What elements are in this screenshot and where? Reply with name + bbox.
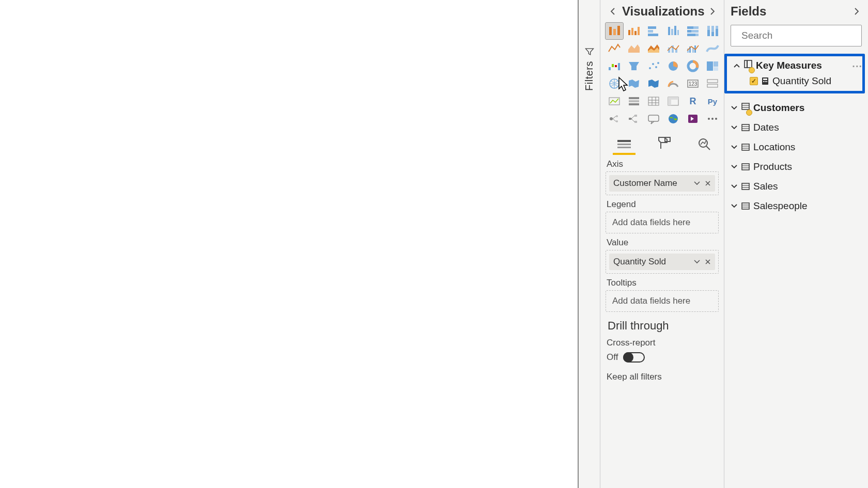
app-root: Filters Visualizations xyxy=(0,0,868,488)
table-key-measures-label: Key Measures xyxy=(756,60,822,71)
viz-line-stacked-column[interactable] xyxy=(664,40,682,57)
viz-treemap[interactable] xyxy=(704,58,721,74)
axis-well[interactable]: Customer Name xyxy=(606,171,719,195)
viz-map[interactable] xyxy=(606,75,623,92)
viz-r-script-visual[interactable]: R xyxy=(684,93,702,109)
tab-analytics[interactable] xyxy=(692,134,717,154)
viz-line-chart[interactable] xyxy=(606,40,623,57)
search-input[interactable] xyxy=(740,29,865,42)
viz-100pct-stacked-column[interactable] xyxy=(704,23,721,39)
viz-stacked-column-chart[interactable] xyxy=(645,23,662,39)
more-options-icon[interactable]: ··· xyxy=(852,60,862,72)
viz-pie-chart[interactable] xyxy=(664,58,682,74)
tab-fields[interactable] xyxy=(612,134,637,154)
viz-qna[interactable] xyxy=(645,111,662,127)
viz-multi-row-card[interactable] xyxy=(704,75,721,92)
svg-rect-43 xyxy=(707,61,713,71)
value-well-label: Value xyxy=(607,238,719,248)
cross-report-toggle[interactable] xyxy=(623,352,645,363)
svg-rect-10 xyxy=(668,27,670,35)
chevron-down-icon[interactable] xyxy=(731,202,738,210)
field-quantity-sold[interactable]: ✓ Quantity Sold xyxy=(732,73,860,89)
svg-rect-25 xyxy=(716,26,718,29)
svg-rect-89 xyxy=(745,60,752,68)
viz-filled-map[interactable] xyxy=(625,75,643,92)
viz-100pct-stacked-bar[interactable] xyxy=(684,23,702,39)
viz-area-chart[interactable] xyxy=(625,40,643,57)
viz-donut-chart[interactable] xyxy=(684,58,702,74)
viz-ribbon-chart[interactable] xyxy=(704,40,721,57)
filters-collapsed-tab[interactable]: Filters xyxy=(579,0,600,488)
viz-matrix[interactable] xyxy=(664,93,682,109)
value-chip[interactable]: Quantity Sold xyxy=(609,254,715,270)
table-dates[interactable]: Dates xyxy=(730,120,863,135)
chevron-down-icon[interactable] xyxy=(731,183,738,190)
chevron-down-icon[interactable] xyxy=(693,258,701,265)
checkbox-checked-icon[interactable]: ✓ xyxy=(750,77,758,85)
viz-slicer[interactable] xyxy=(625,93,643,109)
svg-rect-33 xyxy=(609,67,611,70)
axis-chip[interactable]: Customer Name xyxy=(609,175,715,192)
chevron-down-icon[interactable] xyxy=(731,124,738,131)
fields-search[interactable] xyxy=(731,25,862,46)
chevron-down-icon[interactable] xyxy=(731,104,738,112)
svg-rect-11 xyxy=(671,29,673,35)
table-products[interactable]: Products xyxy=(730,159,863,175)
viz-table[interactable] xyxy=(645,93,662,109)
table-locations[interactable]: Locations xyxy=(730,139,863,155)
value-well[interactable]: Quantity Sold xyxy=(606,250,719,274)
axis-well-label: Axis xyxy=(607,159,719,169)
chevron-right-icon[interactable] xyxy=(849,5,863,18)
tooltips-well[interactable]: Add data fields here xyxy=(606,290,719,312)
viz-clustered-column-chart[interactable] xyxy=(664,23,682,39)
chevron-up-icon[interactable] xyxy=(733,62,740,69)
viz-key-influencers[interactable] xyxy=(606,111,623,127)
chevron-right-icon[interactable] xyxy=(705,5,719,18)
viz-python-visual[interactable]: Py xyxy=(704,93,721,109)
viz-shape-map[interactable] xyxy=(645,75,662,92)
cross-report-label: Cross-report xyxy=(607,338,655,348)
remove-icon[interactable] xyxy=(705,259,711,265)
viz-powerapps[interactable] xyxy=(684,111,702,127)
viz-scatter-chart[interactable] xyxy=(645,58,662,74)
svg-line-86 xyxy=(706,146,710,150)
table-dates-label: Dates xyxy=(753,122,779,133)
value-chip-text: Quantity Sold xyxy=(613,257,666,267)
viz-gauge[interactable] xyxy=(664,75,682,92)
table-sales[interactable]: Sales xyxy=(730,179,863,194)
svg-rect-111 xyxy=(742,203,749,209)
svg-point-66 xyxy=(616,115,618,117)
viz-arcgis-map[interactable] xyxy=(664,111,682,127)
viz-waterfall-chart[interactable] xyxy=(606,58,623,74)
viz-stacked-bar-chart[interactable] xyxy=(606,23,623,39)
viz-kpi[interactable] xyxy=(606,93,623,109)
svg-rect-44 xyxy=(714,61,718,67)
remove-icon[interactable] xyxy=(705,180,711,186)
viz-decomposition-tree[interactable] xyxy=(625,111,643,127)
viz-clustered-bar-chart[interactable] xyxy=(625,23,643,39)
svg-rect-5 xyxy=(634,31,637,35)
svg-rect-45 xyxy=(714,67,718,71)
fields-panel: Fields xyxy=(724,0,868,488)
legend-well[interactable]: Add data fields here xyxy=(606,212,719,233)
chevron-left-icon[interactable] xyxy=(607,5,620,18)
viz-funnel-chart[interactable] xyxy=(625,58,643,74)
svg-rect-36 xyxy=(618,63,620,70)
table-key-measures[interactable]: Key Measures ··· xyxy=(732,57,860,73)
svg-rect-17 xyxy=(691,30,699,33)
table-customers[interactable]: Customers xyxy=(730,100,863,116)
report-canvas[interactable] xyxy=(0,0,579,488)
table-salespeople[interactable]: Salespeople xyxy=(730,198,863,214)
viz-get-more-visuals[interactable] xyxy=(704,111,721,127)
field-quantity-sold-label: Quantity Sold xyxy=(772,75,831,87)
chevron-down-icon[interactable] xyxy=(731,144,738,151)
viz-line-clustered-column[interactable] xyxy=(684,40,702,57)
chevron-down-icon[interactable] xyxy=(731,163,738,170)
table-icon xyxy=(741,123,750,132)
svg-rect-49 xyxy=(707,80,718,83)
viz-card[interactable]: 123 xyxy=(684,75,702,92)
tab-format[interactable] xyxy=(652,134,677,154)
viz-stacked-area-chart[interactable] xyxy=(645,40,662,57)
chevron-down-icon[interactable] xyxy=(693,180,701,187)
visualization-pane-tabs xyxy=(606,131,719,155)
